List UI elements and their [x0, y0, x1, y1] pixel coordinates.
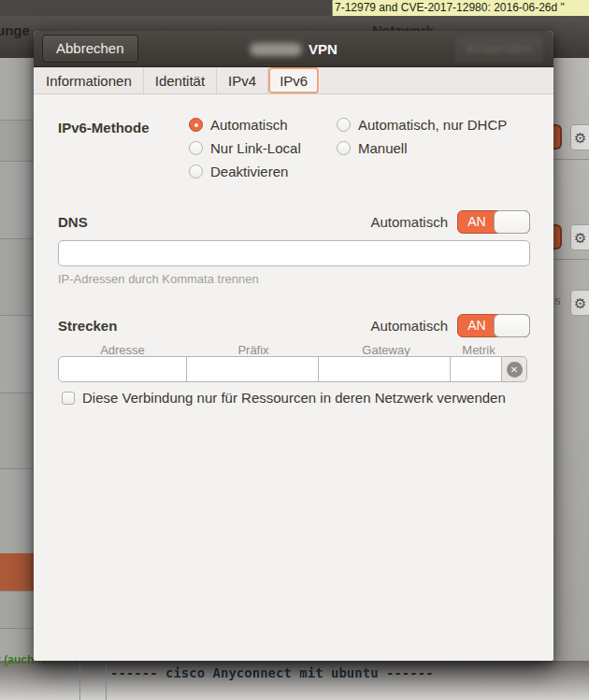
gear-glyph: ⚙ — [574, 230, 586, 246]
radio-icon[interactable] — [189, 118, 203, 132]
radio-label: Nur Link-Local — [210, 140, 301, 156]
radio-deaktivieren[interactable]: Deaktivieren — [189, 164, 288, 179]
radio-icon[interactable] — [189, 141, 203, 155]
tooltip-text: 7-12979 and CVE-2017-12980: 2016-06-26d … — [335, 1, 565, 14]
radio-icon[interactable] — [337, 141, 351, 155]
route-prefix-input[interactable] — [186, 356, 319, 382]
tab-identitaet[interactable]: Identität — [144, 67, 217, 93]
tab-ipv4[interactable]: IPv4 — [217, 67, 268, 93]
dns-automatic-row: Automatisch AN — [370, 210, 530, 234]
column-header-praefix: Präfix — [187, 343, 320, 357]
terminal-text: ------ cisco Anyconnect mit ubuntu -----… — [110, 665, 434, 680]
tooltip-bar: 7-12979 and CVE-2017-12980: 2016-06-26d … — [332, 0, 589, 16]
routes-automatic-label: Automatisch — [370, 318, 448, 334]
ipv6-method-label: IPv6-Methode — [58, 120, 150, 136]
checkbox-icon[interactable] — [62, 392, 75, 405]
ipv6-settings-panel: IPv6-Methode Automatisch Automatisch, nu… — [34, 94, 553, 661]
toggle-knob[interactable] — [494, 210, 530, 234]
radio-automatisch-nur-dhcp[interactable]: Automatisch, nur DHCP — [337, 117, 507, 133]
radio-nur-link-local[interactable]: Nur Link-Local — [189, 140, 301, 156]
column-header-adresse: Adresse — [58, 343, 187, 357]
editor-gutter-line — [106, 661, 107, 700]
routes-column-headers: Adresse Präfix Gateway Metrik — [58, 343, 505, 357]
dns-hint: IP-Adressen durch Kommata trennen — [58, 272, 259, 286]
toggle-on-label: AN — [458, 315, 496, 336]
gear-icon[interactable]: ⚙ — [570, 290, 589, 316]
dns-toggle[interactable]: AN — [457, 210, 530, 234]
text-fragment: s — [554, 293, 561, 307]
dialog-headerbar: VPN Abbrechen Anwenden — [34, 31, 553, 67]
cancel-button[interactable]: Abbrechen — [42, 35, 138, 63]
route-remove-button[interactable]: ✕ — [501, 356, 527, 382]
network-panel-fragment: ⚙ ⚙ s ⚙ — [553, 58, 589, 661]
gear-glyph: ⚙ — [574, 130, 586, 146]
tab-informationen[interactable]: Informationen — [34, 67, 144, 93]
vpn-settings-dialog: VPN Abbrechen Anwenden Informationen Ide… — [34, 31, 553, 661]
route-address-input[interactable] — [58, 356, 187, 382]
dialog-title-text: VPN — [309, 41, 338, 57]
route-gateway-input[interactable] — [318, 356, 451, 382]
radio-manuell[interactable]: Manuell — [337, 140, 408, 156]
settings-sidebar-fragment — [0, 58, 34, 661]
radio-icon[interactable] — [337, 118, 351, 132]
column-header-metrik: Metrik — [453, 343, 505, 357]
gear-glyph: ⚙ — [574, 295, 586, 311]
route-metric-input[interactable] — [450, 356, 502, 382]
tab-bar: Informationen Identität IPv4 IPv6 — [34, 67, 553, 94]
dns-input[interactable] — [58, 240, 530, 266]
route-row: ✕ — [58, 356, 527, 382]
toggle-fragment — [553, 124, 562, 150]
routes-toggle[interactable]: AN — [457, 314, 530, 337]
routes-label: Strecken — [58, 318, 117, 334]
radio-label: Automatisch, nur DHCP — [358, 117, 507, 133]
radio-icon[interactable] — [189, 164, 203, 179]
settings-title-fragment: unge — [0, 22, 30, 38]
editor-gutter-line — [79, 661, 80, 700]
checkbox-label: Diese Verbindung nur für Ressourcen in d… — [82, 390, 506, 406]
toggle-on-label: AN — [458, 211, 496, 233]
tab-ipv6[interactable]: IPv6 — [268, 67, 320, 93]
radio-label: Manuell — [358, 140, 408, 156]
screen: 7-12979 and CVE-2017-12980: 2016-06-26d … — [0, 0, 589, 700]
apply-button[interactable]: Anwenden — [453, 35, 545, 64]
redacted-vpn-name — [250, 43, 302, 56]
remove-icon: ✕ — [507, 362, 523, 378]
column-header-gateway: Gateway — [320, 343, 453, 357]
toggle-knob[interactable] — [494, 314, 530, 337]
radio-label: Deaktivieren — [210, 164, 288, 179]
gear-icon[interactable]: ⚙ — [570, 224, 589, 250]
radio-label: Automatisch — [210, 117, 288, 133]
sidebar-selected-row-fragment — [0, 553, 34, 591]
radio-automatisch[interactable]: Automatisch — [189, 117, 288, 133]
toggle-fragment — [553, 224, 562, 250]
dns-automatic-label: Automatisch — [370, 214, 448, 230]
dns-label: DNS — [58, 214, 88, 230]
routes-automatic-row: Automatisch AN — [370, 314, 530, 337]
gear-icon[interactable]: ⚙ — [570, 124, 589, 150]
restrict-connection-checkbox-row[interactable]: Diese Verbindung nur für Ressourcen in d… — [62, 390, 506, 406]
